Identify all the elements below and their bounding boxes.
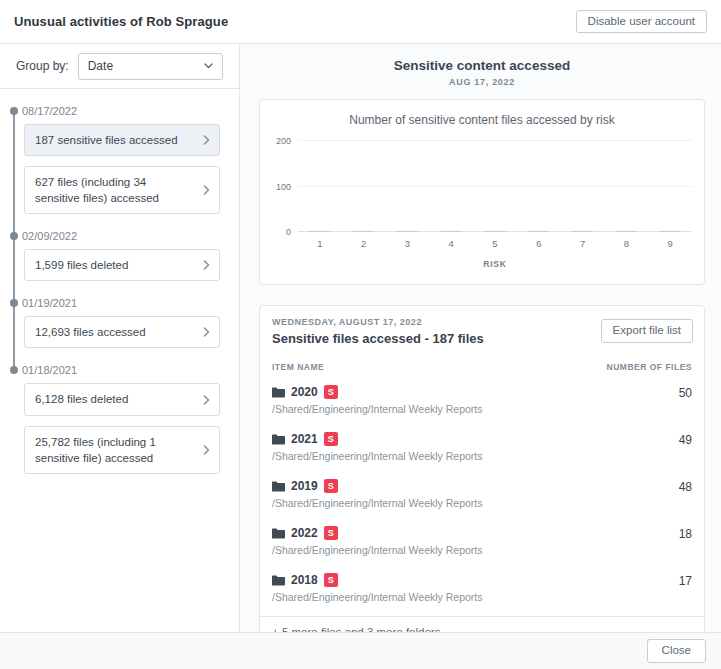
file-row[interactable]: 2021 S /Shared/Engineering/Internal Week… <box>272 424 692 471</box>
y-axis-tick-label: 200 <box>276 136 291 146</box>
x-axis-tick-label: 5 <box>473 238 517 249</box>
dialog-header: Unusual activities of Rob Sprague Disabl… <box>0 0 721 44</box>
chevron-right-icon <box>203 260 210 270</box>
timeline-item-label: 1,599 files deleted <box>35 257 128 273</box>
file-rows: 2020 S /Shared/Engineering/Internal Week… <box>260 377 704 612</box>
folder-path: /Shared/Engineering/Internal Weekly Repo… <box>272 450 692 462</box>
folder-path: /Shared/Engineering/Internal Weekly Repo… <box>272 544 692 556</box>
detail-title: Sensitive content accessed <box>259 58 705 73</box>
chevron-right-icon <box>203 327 210 337</box>
more-files-link[interactable]: + 5 more files and 3 more folders <box>260 616 704 632</box>
timeline-group: 08/17/2022 187 sensitive files accessed … <box>0 103 239 228</box>
column-header-number-of-files: NUMBER OF FILES <box>607 362 692 372</box>
timeline-item-files-deleted[interactable]: 1,599 files deleted <box>24 249 220 281</box>
x-axis-tick-label: 3 <box>386 238 430 249</box>
timeline-item-label: 187 sensitive files accessed <box>35 132 178 148</box>
folder-icon <box>272 528 285 539</box>
folder-name: 2019 <box>291 479 318 493</box>
bar-risk-8 <box>616 231 637 232</box>
timeline-item-sensitive-accessed[interactable]: 187 sensitive files accessed <box>24 124 220 156</box>
bar-risk-6 <box>528 231 549 232</box>
timeline-date: 02/09/2022 <box>22 230 77 242</box>
unusual-activities-dialog: Unusual activities of Rob Sprague Disabl… <box>0 0 721 669</box>
bar-slot <box>604 231 648 232</box>
folder-icon <box>272 575 285 586</box>
x-axis-tick-label: 8 <box>604 238 648 249</box>
file-count: 50 <box>679 386 692 400</box>
bar-risk-3 <box>397 231 418 232</box>
file-count: 49 <box>679 433 692 447</box>
bar-slot <box>342 231 386 232</box>
dialog-footer: Close <box>0 632 721 669</box>
bar-risk-5 <box>485 231 506 232</box>
x-axis-tick-label: 2 <box>342 238 386 249</box>
bar-risk-7 <box>572 231 593 232</box>
group-by-value: Date <box>88 59 113 73</box>
timeline-dot <box>10 366 18 374</box>
x-axis-tick-label: 4 <box>429 238 473 249</box>
bar-risk-4 <box>441 231 462 232</box>
group-by-row: Group by: Date <box>0 44 239 89</box>
activity-timeline-sidebar: Group by: Date 08/17/2022 187 sensitive … <box>0 44 240 632</box>
bar-risk-9 <box>660 231 681 232</box>
timeline-group: 01/18/2021 6,128 files deleted 25,782 fi… <box>0 362 239 487</box>
folder-icon <box>272 387 285 398</box>
dialog-title: Unusual activities of Rob Sprague <box>14 14 228 29</box>
bar-slot <box>517 231 561 232</box>
folder-icon <box>272 481 285 492</box>
timeline-date: 08/17/2022 <box>22 105 77 117</box>
export-file-list-button[interactable]: Export file list <box>601 319 693 343</box>
folder-name: 2021 <box>291 432 318 446</box>
folder-path: /Shared/Engineering/Internal Weekly Repo… <box>272 403 692 415</box>
folder-name: 2022 <box>291 526 318 540</box>
timeline-group: 01/19/2021 12,693 files accessed <box>0 295 239 362</box>
group-by-label: Group by: <box>16 59 69 73</box>
timeline-item-label: 627 files (including 34 sensitive files)… <box>35 174 193 206</box>
timeline-item-label: 6,128 files deleted <box>35 391 128 407</box>
file-row[interactable]: 2022 S /Shared/Engineering/Internal Week… <box>272 518 692 565</box>
column-header-item-name: ITEM NAME <box>272 362 324 372</box>
chevron-right-icon <box>203 395 210 405</box>
risk-chart-card: Number of sensitive content files access… <box>259 99 705 285</box>
timeline-item-files-accessed[interactable]: 12,693 files accessed <box>24 316 220 348</box>
chart-title: Number of sensitive content files access… <box>260 113 704 127</box>
bar-risk-1 <box>309 231 330 232</box>
file-row[interactable]: 2020 S /Shared/Engineering/Internal Week… <box>272 377 692 424</box>
risk-bar-chart: 0100200 123456789 RISK <box>298 141 692 232</box>
bar-risk-2 <box>353 231 374 232</box>
timeline-dot <box>10 232 18 240</box>
bar-slot <box>429 231 473 232</box>
file-count: 48 <box>679 480 692 494</box>
timeline-item-files-accessed[interactable]: 25,782 files (including 1 sensitive file… <box>24 426 220 474</box>
bar-slot <box>298 231 342 232</box>
chart-xticks: 123456789 <box>298 238 692 249</box>
y-axis-tick-label: 0 <box>286 227 291 237</box>
folder-path: /Shared/Engineering/Internal Weekly Repo… <box>272 591 692 603</box>
sensitive-files-card: WEDNESDAY, AUGUST 17, 2022 Sensitive fil… <box>259 305 705 632</box>
x-axis-tick-label: 7 <box>561 238 605 249</box>
timeline-dot <box>10 299 18 307</box>
sensitive-badge: S <box>324 385 338 399</box>
file-count: 18 <box>679 527 692 541</box>
x-axis-tick-label: 9 <box>648 238 692 249</box>
timeline-date: 01/18/2021 <box>22 364 77 376</box>
file-row[interactable]: 2018 S /Shared/Engineering/Internal Week… <box>272 565 692 612</box>
timeline-item-label: 12,693 files accessed <box>35 324 146 340</box>
sensitive-badge: S <box>324 479 338 493</box>
close-button[interactable]: Close <box>647 639 706 663</box>
timeline-item-files-deleted[interactable]: 6,128 files deleted <box>24 383 220 415</box>
folder-icon <box>272 434 285 445</box>
chevron-down-icon <box>204 63 213 69</box>
x-axis-tick-label: 6 <box>517 238 561 249</box>
sensitive-badge: S <box>324 526 338 540</box>
group-by-select[interactable]: Date <box>78 53 223 80</box>
sensitive-badge: S <box>324 432 338 446</box>
timeline-dot <box>10 107 18 115</box>
file-row[interactable]: 2019 S /Shared/Engineering/Internal Week… <box>272 471 692 518</box>
sensitive-badge: S <box>324 573 338 587</box>
bar-slot <box>648 231 692 232</box>
x-axis-tick-label: 1 <box>298 238 342 249</box>
disable-user-account-button[interactable]: Disable user account <box>576 10 707 34</box>
timeline-item-files-accessed[interactable]: 627 files (including 34 sensitive files)… <box>24 166 220 214</box>
dialog-body: Group by: Date 08/17/2022 187 sensitive … <box>0 44 721 632</box>
